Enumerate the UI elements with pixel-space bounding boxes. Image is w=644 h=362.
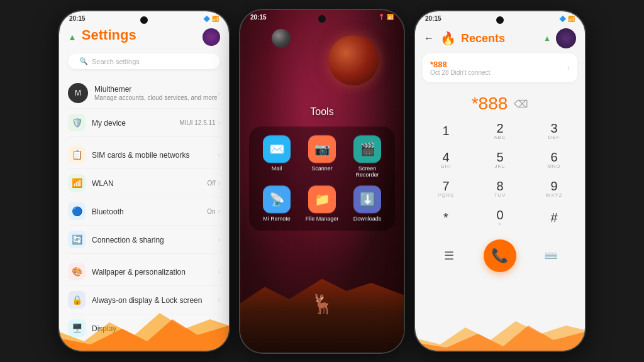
planet-large [328,35,379,85]
aod-arrow: › [218,297,220,304]
recent-call-date: Oct 28 Didn't connect [430,69,490,76]
key-4[interactable]: 4 GHI [425,146,467,173]
app-mail[interactable]: ✉️ Mail [258,135,296,178]
key-3[interactable]: 3 DEF [533,118,575,144]
settings-item-mydevice[interactable]: 🛡️ My device MIUI 12.5.11 › [68,109,220,137]
keypad-row-2: 4 GHI 5 JKL 6 MNO [425,146,575,173]
key-hash[interactable]: # [533,204,575,231]
app-miremote[interactable]: 📡 Mi Remote [258,185,296,222]
app-downloads[interactable]: ⬇️ Downloads [348,185,386,222]
filemanager-label: File Manager [306,216,339,222]
connection-arrow: › [218,236,220,243]
settings-avatar[interactable] [203,28,220,46]
screenrecorder-label: Screen Recorder [348,165,386,178]
recents-header: ← 🔥 Recents ▲ [415,25,585,53]
app-screenrecorder[interactable]: 🎬 Screen Recorder [348,135,386,178]
key-9-num: 9 [550,180,557,192]
wlan-label: WLAN [92,179,114,188]
time-home: 20:15 [250,14,267,21]
settings-item-sim[interactable]: 📋 SIM cards & mobile networks › [68,141,220,169]
key-0-letters: + [498,221,502,227]
screen-recorder-icon: 🎬 [353,135,381,163]
wlan-text: WLAN [92,177,208,189]
connection-text: Connection & sharing [92,234,218,245]
key-5[interactable]: 5 JKL [479,146,521,173]
miuithemer-item[interactable]: M Miuithemer Manage accounts, cloud serv… [68,78,220,109]
back-button[interactable]: ← [424,33,434,44]
aod-label: Always-on display & Lock screen [92,296,202,305]
bluetooth-badge: On [207,208,215,215]
dialer-user-avatar[interactable] [556,28,576,48]
mi-remote-icon: 📡 [263,185,291,213]
status-icons-dialer: 🔷 📶 [559,16,575,22]
key-star[interactable]: * [425,204,467,231]
key-1-num: 1 [442,124,449,137]
key-8[interactable]: 8 TUV [479,175,521,202]
settings-title: Settings [80,27,136,43]
home-background: 20:15 📍 📶 Tools ✉️ Mail [240,10,404,353]
settings-item-wlan[interactable]: 📶 WLAN Off › [68,169,220,197]
recent-call-arrow: › [567,63,570,72]
phone-dialer: 20:15 🔷 📶 ← 🔥 Recents ▲ *888 Oct 28 Didn… [415,11,585,351]
settings-logo-icon: ▲ [68,32,77,42]
recent-call-number: *888 [430,60,490,69]
delete-button[interactable]: ⌫ [514,98,528,110]
bluetooth-status-icon: 🔷 [203,16,210,22]
app-filemanager[interactable]: 📁 File Manager [303,185,341,222]
call-button[interactable]: 📞 [484,239,516,272]
key-5-letters: JKL [495,163,506,169]
key-2-num: 2 [496,122,503,134]
dial-contacts-button[interactable]: ⌨️ [538,243,564,268]
key-2[interactable]: 2 ABC [479,118,521,144]
miuithemer-name: Miuithemer [94,85,218,94]
wallpaper-icon: 🎨 [68,263,86,280]
app-scanner[interactable]: 📷 Scanner [303,135,341,178]
settings-item-bluetooth[interactable]: 🔵 Bluetooth On › [68,197,220,226]
settings-item-wallpaper[interactable]: 🎨 Wallpaper & personalization › [68,258,220,286]
connection-icon: 🔄 [68,231,86,248]
phone-settings: 20:15 🔷 📶 ▲ Settings 🔍 Search settings [59,11,229,351]
mail-label: Mail [272,165,282,172]
bt-dialer-icon: 🔷 [559,16,566,22]
key-2-letters: ABC [494,134,506,140]
deer-silhouette: 🦌 [311,293,334,315]
folder-title: Tools [249,106,395,118]
key-7[interactable]: 7 PQRS [425,175,467,202]
dial-menu-button[interactable]: ☰ [436,243,462,268]
key-6[interactable]: 6 MNO [533,146,575,173]
wlan-arrow: › [218,180,220,187]
key-9-letters: WXYZ [545,192,562,198]
downloads-label: Downloads [353,216,382,222]
wallpaper-text: Wallpaper & personalization [92,266,218,277]
keypad-row-3: 7 PQRS 8 TUV 9 WXYZ [425,175,575,202]
wlan-badge: Off [208,180,216,187]
key-7-num: 7 [442,180,449,192]
tools-folder[interactable]: Tools ✉️ Mail 📷 Scanner 🎬 Screen Recorde… [249,106,395,231]
search-bar[interactable]: 🔍 Search settings [68,53,220,69]
mydevice-icon: 🛡️ [68,114,86,131]
wallpaper-arrow: › [218,268,220,275]
bluetooth-text: Bluetooth [92,206,207,217]
status-icons-home: 📍 📶 [378,14,394,20]
mydevice-text: My device [92,117,179,128]
sim-icon: 📋 [68,146,86,163]
dialer-bottom-bar: ☰ 📞 ⌨️ [415,233,585,276]
time-dialer: 20:15 [425,15,441,22]
key-5-num: 5 [496,151,503,163]
keypad-row-1: 1 2 ABC 3 DEF [425,118,575,144]
recent-call-info: *888 Oct 28 Didn't connect [430,60,490,76]
aod-icon: 🔒 [68,291,86,309]
status-icons-settings: 🔷 📶 [203,16,219,22]
key-1[interactable]: 1 [425,118,467,144]
key-9[interactable]: 9 WXYZ [533,175,575,202]
key-0[interactable]: 0 + [479,204,521,231]
recent-call-item[interactable]: *888 Oct 28 Didn't connect › [423,53,577,82]
recents-arrow-icon: ▲ [543,34,551,43]
settings-item-connection[interactable]: 🔄 Connection & sharing › [68,226,220,254]
punch-hole-2 [318,15,326,23]
signal-dialer-icon: 📶 [568,16,575,22]
key-7-letters: PQRS [438,192,455,198]
mydevice-badge: MIUI 12.5.11 [179,119,215,126]
file-manager-icon: 📁 [308,185,336,213]
aod-text: Always-on display & Lock screen [92,294,218,305]
